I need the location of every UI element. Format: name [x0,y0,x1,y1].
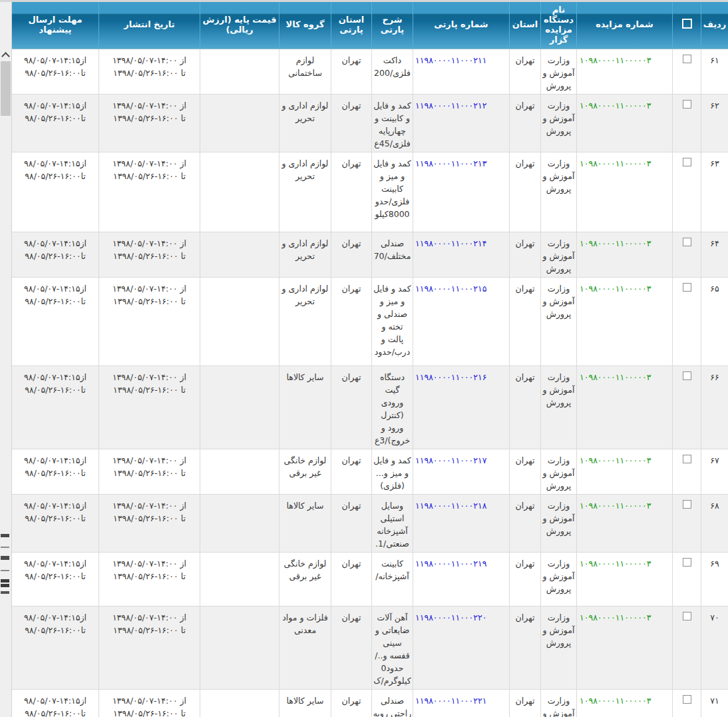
goods-group: سایر کالاها [279,366,331,449]
base-price [200,553,279,606]
deadline-from: از۹۸/۰۵/۰۷-۱۴:۱۵ [13,157,98,170]
party-number-cell: ۱۱۹۸۰۰۰۰۱۱۰۰۰۲۱۴ [413,232,510,278]
row-checkbox[interactable] [683,283,691,292]
auction-number: ۱۰۹۸۰۰۰۰۱۱۰۰۰۰۰۳ [580,101,651,111]
scrollbar-mark [1,547,9,548]
party-number-cell: ۱۱۹۸۰۰۰۰۱۱۰۰۰۲۱۸ [413,495,510,553]
party-number-link[interactable]: ۱۱۹۸۰۰۰۰۱۱۰۰۰۲۱۸ [415,501,486,511]
deadline-cell: از۹۸/۰۵/۰۷-۱۴:۱۵ تا۹۸/۰۵/۲۶-۱۶:۰۰ [12,232,99,278]
province: تهران [510,690,541,717]
auction-number-cell: ۱۰۹۸۰۰۰۰۱۱۰۰۰۰۰۳ [577,690,673,717]
row-checkbox[interactable] [683,558,691,567]
row-checkbox[interactable] [683,695,691,704]
party-province: تهران [331,449,372,495]
party-number-link[interactable]: ۱۱۹۸۰۰۰۰۱۱۰۰۰۲۱۷ [415,455,486,465]
party-number-link[interactable]: ۱۱۹۸۰۰۰۰۱۱۰۰۰۲۱۴ [415,238,486,248]
table-row: ۷۱ ۱۰۹۸۰۰۰۰۱۱۰۰۰۰۰۳ وزارت آموزش و پرورش … [12,690,728,717]
party-number-link[interactable]: ۱۱۹۸۰۰۰۰۱۱۰۰۰۲۱۵ [415,284,486,294]
row-select-cell [673,553,701,606]
organization-name: وزارت آموزش و پرورش [541,152,577,232]
scrollbar-mark [1,534,9,537]
organization-name: وزارت آموزش و پرورش [541,95,577,152]
base-price [200,449,279,495]
row-checkbox[interactable] [683,158,691,166]
table-row: ۷۰ ۱۰۹۸۰۰۰۰۱۱۰۰۰۰۰۳ وزارت آموزش و پرورش … [12,606,728,690]
party-number-link[interactable]: ۱۱۹۸۰۰۰۰۱۱۰۰۰۲۲۱ [415,696,486,706]
party-number-cell: ۱۱۹۸۰۰۰۰۱۱۰۰۰۲۲۱ [413,690,510,717]
auction-results-table: ردیف شماره مزایده نام دستگاه مزایده گزار… [11,0,728,717]
table-row: ۶۲ ۱۰۹۸۰۰۰۰۱۱۰۰۰۰۰۳ وزارت آموزش و پرورش … [12,95,728,152]
base-price [200,278,279,366]
party-description: صندلی راحتی رویه مخمل و مشمع/50 [372,690,413,717]
base-price [200,49,279,95]
party-province: تهران [331,690,372,717]
party-number-link[interactable]: ۱۱۹۸۰۰۰۰۱۱۰۰۰۲۱۲ [415,101,486,111]
auction-number: ۱۰۹۸۰۰۰۰۱۱۰۰۰۰۰۳ [580,55,651,65]
scroll-up-button[interactable] [0,49,11,60]
row-select-cell [673,495,701,553]
party-number-link[interactable]: ۱۱۹۸۰۰۰۰۱۱۰۰۰۲۱۹ [415,559,486,569]
party-number-cell: ۱۱۹۸۰۰۰۰۱۱۰۰۰۲۱۳ [413,152,510,232]
table-header: ردیف شماره مزایده نام دستگاه مزایده گزار… [12,0,728,49]
deadline-to: تا۹۸/۰۵/۲۶-۱۶:۰۰ [13,250,98,262]
province: تهران [510,366,541,449]
publish-date-cell: از ۱۳۹۸/۰۵/۰۷-۱۴:۰۰ تا ۱۳۹۸/۰۵/۲۶-۱۶:۰۰ [99,690,200,717]
province: تهران [510,495,541,553]
scrollbar-thumb[interactable] [1,61,11,116]
province: تهران [510,232,541,278]
row-checkbox[interactable] [683,100,691,109]
col-header-base-price: قیمت پایه (ارزش ریالی) [200,0,279,49]
party-description: کابینت آشپزخانه/ [372,553,413,606]
row-checkbox[interactable] [683,500,691,509]
publish-to: تا ۱۳۹۸/۰۵/۲۶-۱۶:۰۰ [100,570,199,583]
party-number-cell: ۱۱۹۸۰۰۰۰۱۱۰۰۰۲۲۰ [413,606,510,690]
party-number-link[interactable]: ۱۱۹۸۰۰۰۰۱۱۰۰۰۲۱۳ [415,158,486,168]
vertical-scrollbar[interactable] [0,0,12,717]
row-checkbox[interactable] [683,55,691,63]
auction-number: ۱۰۹۸۰۰۰۰۱۱۰۰۰۰۰۳ [580,559,651,569]
goods-group: لوازم اداری و تحریر [279,95,331,152]
auction-number: ۱۰۹۸۰۰۰۰۱۱۰۰۰۰۰۳ [580,455,651,465]
publish-to: تا ۱۳۹۸/۰۵/۲۶-۱۶:۰۰ [100,707,199,717]
deadline-cell: از۹۸/۰۵/۰۷-۱۴:۱۵ تا۹۸/۰۵/۲۶-۱۶:۰۰ [12,366,99,449]
goods-group: لوازم خانگی غیر برقی [279,449,331,495]
auction-number-cell: ۱۰۹۸۰۰۰۰۱۱۰۰۰۰۰۳ [577,232,673,278]
table-row: ۶۶ ۱۰۹۸۰۰۰۰۱۱۰۰۰۰۰۳ وزارت آموزش و پرورش … [12,366,728,449]
province: تهران [510,152,541,232]
row-checkbox[interactable] [683,238,691,246]
scrollbar-mark [1,570,9,571]
row-select-cell [673,690,701,717]
select-all-checkbox[interactable] [682,19,692,29]
party-province: تهران [331,366,372,449]
scrollbar-mark [1,591,9,594]
row-checkbox[interactable] [683,371,691,380]
deadline-to: تا۹۸/۰۵/۲۶-۱۶:۰۰ [13,170,98,182]
row-checkbox[interactable] [683,455,691,463]
row-number: ۶۲ [701,95,728,152]
row-select-cell [673,152,701,232]
party-number-link[interactable]: ۱۱۹۸۰۰۰۰۱۱۰۰۰۲۱۱ [415,55,486,65]
publish-from: از ۱۳۹۸/۰۵/۰۷-۱۴:۰۰ [100,282,199,295]
deadline-from: از۹۸/۰۵/۰۷-۱۴:۱۵ [13,282,98,295]
table-body: ۶۱ ۱۰۹۸۰۰۰۰۱۱۰۰۰۰۰۳ وزارت آموزش و پرورش … [12,49,728,717]
auction-number-cell: ۱۰۹۸۰۰۰۰۱۱۰۰۰۰۰۳ [577,95,673,152]
party-number-cell: ۱۱۹۸۰۰۰۰۱۱۰۰۰۲۱۶ [413,366,510,449]
publish-from: از ۱۳۹۸/۰۵/۰۷-۱۴:۰۰ [100,157,199,170]
row-number: ۶۸ [701,495,728,553]
party-description: دستگاه گیت ورودی (کنترل ورود و خروج)/3ع [372,366,413,449]
row-checkbox[interactable] [683,612,691,620]
goods-group: سایر کالاها [279,495,331,553]
row-select-cell [673,449,701,495]
party-number-link[interactable]: ۱۱۹۸۰۰۰۰۱۱۰۰۰۲۲۰ [415,612,486,622]
publish-date-cell: از ۱۳۹۸/۰۵/۰۷-۱۴:۰۰ تا ۱۳۹۸/۰۵/۲۶-۱۶:۰۰ [99,95,200,152]
row-number: ۷۰ [701,606,728,690]
party-number-link[interactable]: ۱۱۹۸۰۰۰۰۱۱۰۰۰۲۱۶ [415,372,486,382]
party-province: تهران [331,95,372,152]
auction-number-cell: ۱۰۹۸۰۰۰۰۱۱۰۰۰۰۰۳ [577,606,673,690]
publish-date-cell: از ۱۳۹۸/۰۵/۰۷-۱۴:۰۰ تا ۱۳۹۸/۰۵/۲۶-۱۶:۰۰ [99,366,200,449]
deadline-from: از۹۸/۰۵/۰۷-۱۴:۱۵ [13,454,98,467]
row-select-cell [673,49,701,95]
publish-to: تا ۱۳۹۸/۰۵/۲۶-۱۶:۰۰ [100,512,199,525]
deadline-from: از۹۸/۰۵/۰۷-۱۴:۱۵ [13,611,98,624]
party-province: تهران [331,278,372,366]
